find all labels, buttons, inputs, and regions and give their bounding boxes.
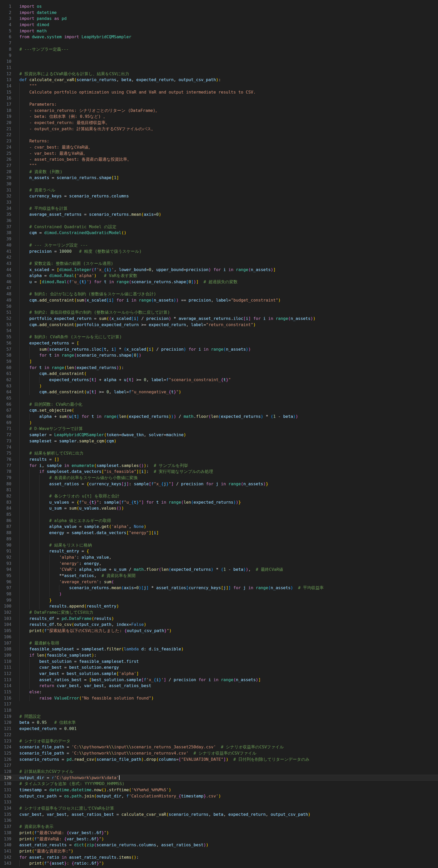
line-content[interactable]: # シナリオ収益率のデータ: [20, 738, 70, 744]
line-content[interactable]: results_df = pd.DataFrame(results): [20, 616, 114, 622]
code-line[interactable]: 56 expected_returns = [: [0, 340, 438, 346]
line-content[interactable]: # 投資比率によるCVaR最小化を計算し、結果をCSVに出力: [20, 71, 129, 77]
code-line[interactable]: 7: [0, 40, 438, 46]
code-line[interactable]: 48 # 制約1: 合計が1になる制約 (整数値をスケール値に基づき合計): [0, 291, 438, 297]
line-content[interactable]: cqm.add_constraint(u[t] >= 0, label=f"u_…: [20, 389, 181, 395]
code-line[interactable]: 18 - scenario_returns: シナリオごとのリターン (Data…: [0, 107, 438, 114]
code-line[interactable]: 5import math: [0, 28, 438, 34]
line-content[interactable]: # --- スケーリング設定 ---: [20, 242, 88, 248]
code-line[interactable]: 1import os: [0, 3, 438, 9]
line-content[interactable]: print(f"最適VaR値: {var_best:.6f}"): [20, 836, 104, 842]
code-line[interactable]: 2import datetime: [0, 9, 438, 16]
code-line[interactable]: 41 precision = 10000 # 精度 (整数値で扱うスケール): [0, 248, 438, 254]
code-line[interactable]: 80 asset_ratios = {currency_keys[j]: sam…: [0, 481, 438, 487]
code-line[interactable]: 4import dimod: [0, 22, 438, 28]
line-content[interactable]: expected_return = 0.001: [20, 725, 77, 732]
code-line[interactable]: 44 x_scaled = [dimod.Integer(f'x_{i}', l…: [0, 267, 438, 273]
line-content[interactable]: 'alpha': alpha_value,: [20, 554, 111, 560]
code-line[interactable]: 93 'energy': energy,: [0, 560, 438, 567]
line-content[interactable]: for i, sample in enumerate(sampleset.sam…: [20, 463, 188, 469]
line-content[interactable]: var_best = best_solution.sample['alpha']: [20, 671, 139, 677]
line-content[interactable]: - expected_return: 最低目標収益率。: [20, 120, 110, 126]
line-content[interactable]: - asset_ratios_best: 各資産の最適な投資比率。: [20, 156, 131, 162]
code-line[interactable]: 38 cqm = dimod.ConstrainedQuadraticModel…: [0, 230, 438, 236]
line-content[interactable]: # タイムスタンプを追加 (形式: YYYYMMDD_HHMMSS): [20, 781, 125, 787]
code-line[interactable]: 120beta = 0.95 # 信頼水準: [0, 719, 438, 725]
line-content[interactable]: # 制約2: 最低目標収益率の制約 (整数値スケールから小数に戻して計算): [20, 309, 170, 315]
code-line[interactable]: 27 """: [0, 162, 438, 169]
code-line[interactable]: 50: [0, 303, 438, 310]
code-line[interactable]: 65: [0, 395, 438, 401]
code-line[interactable]: 16: [0, 95, 438, 101]
line-content[interactable]: cvar_best, var_best, asset_ratios_best =…: [20, 811, 310, 817]
code-line[interactable]: 37 # Constrained Quadratic Model の設定: [0, 224, 438, 230]
line-content[interactable]: beta = 0.95 # 信頼水準: [20, 719, 76, 725]
code-line[interactable]: 134# シナリオ収益率をプロセスに渡してCVaRを計算: [0, 805, 438, 811]
code-line[interactable]: 54: [0, 328, 438, 334]
line-content[interactable]: import os: [20, 3, 42, 9]
code-line[interactable]: 28 # 資産数 (列数): [0, 169, 438, 175]
line-content[interactable]: alpha_value = sample.get('alpha', None): [20, 524, 146, 530]
line-content[interactable]: 'average_return': sum(: [20, 579, 114, 585]
code-line[interactable]: 138print(f"最適CVaR値: {cvar_best:.6f}"): [0, 830, 438, 836]
line-content[interactable]: average_asset_returns = scenario_returns…: [20, 211, 161, 218]
code-line[interactable]: 19 - beta: 信頼水準 (例: 0.95など) 。: [0, 114, 438, 120]
line-content[interactable]: return cvar_best, var_best, asset_ratios…: [20, 683, 151, 689]
code-line[interactable]: 60 for t in range(len(expected_returns))…: [0, 365, 438, 371]
code-line[interactable]: 3import pandas as pd: [0, 16, 438, 22]
code-line[interactable]: 67 cqm.set_objective(: [0, 407, 438, 413]
line-content[interactable]: result_entry = {: [20, 548, 89, 554]
code-line[interactable]: 131timestamp = datetime.datetime.now().s…: [0, 787, 438, 793]
code-line[interactable]: 21 - output_csv_path: 計算結果を出力するCSVファイルのパ…: [0, 126, 438, 132]
code-line[interactable]: 96 'average_return': sum(: [0, 579, 438, 585]
code-line[interactable]: 112 var_best = best_solution.sample['alp…: [0, 671, 438, 677]
line-content[interactable]: energy = sampleset.data_vectors["energy"…: [20, 530, 159, 536]
line-content[interactable]: # シナリオ収益率をプロセスに渡してCVaRを計算: [20, 805, 114, 811]
code-line[interactable]: 128# 計算結果出力CSVファイル: [0, 769, 438, 775]
line-content[interactable]: else:: [20, 689, 42, 695]
line-content[interactable]: ): [20, 591, 62, 597]
line-content[interactable]: portfolio_expected_return = sum((x_scale…: [20, 315, 315, 322]
code-line[interactable]: 73 sampleset = sampler.sample_cqm(cqm): [0, 438, 438, 444]
code-line-current[interactable]: 129output_dir = r'C:\pythonwork\pwork\da…: [0, 775, 438, 781]
code-line[interactable]: 71 # D-Waveサンプラーで計算: [0, 426, 438, 432]
line-content[interactable]: 'energy': energy,: [20, 560, 101, 567]
code-line[interactable]: 124scenario_file_path = 'C:\\pythonwork\…: [0, 744, 438, 750]
line-content[interactable]: best_solution = feasible_sampleset.first: [20, 658, 139, 664]
line-content[interactable]: output_csv_path = os.path.join(output_di…: [20, 793, 221, 799]
line-content[interactable]: import datetime: [20, 9, 57, 16]
line-content[interactable]: results.append(result_entry): [20, 603, 119, 609]
code-line[interactable]: 39: [0, 236, 438, 242]
code-line[interactable]: 117: [0, 701, 438, 707]
line-content[interactable]: for t in range(scenario_returns.shape[0]…: [20, 352, 141, 359]
line-content[interactable]: asset_ratios = {currency_keys[j]: sample…: [20, 481, 268, 487]
line-content[interactable]: - scenario_returns: シナリオごとのリターン (DataFra…: [20, 107, 160, 114]
code-line[interactable]: 74: [0, 444, 438, 451]
line-content[interactable]: # 資産比率を表示: [20, 824, 54, 830]
line-content[interactable]: Calculate portfolio optimization using C…: [20, 89, 256, 95]
code-line[interactable]: 33: [0, 199, 438, 206]
code-line[interactable]: 69 ): [0, 420, 438, 426]
line-content[interactable]: # 資産ラベル: [20, 187, 55, 193]
code-line[interactable]: 136: [0, 817, 438, 824]
code-line[interactable]: 8# ---サンプラー定義---: [0, 46, 438, 53]
code-line[interactable]: 81: [0, 487, 438, 493]
code-line[interactable]: 118: [0, 707, 438, 713]
code-line[interactable]: 102 # DataFrameに変換してCSV出力: [0, 609, 438, 616]
code-line[interactable]: 14 """: [0, 83, 438, 89]
code-line[interactable]: 100 results.append(result_entry): [0, 603, 438, 609]
code-line[interactable]: 107 # 最適解を取得: [0, 640, 438, 646]
code-line[interactable]: 12# 投資比率によるCVaR最小化を計算し、結果をCSVに出力: [0, 71, 438, 77]
line-content[interactable]: ): [20, 420, 32, 426]
line-content[interactable]: import dimod: [20, 22, 49, 28]
code-line[interactable]: 9: [0, 53, 438, 59]
line-content[interactable]: from dwave.system import LeapHybridCQMSa…: [20, 34, 131, 40]
code-line[interactable]: 49 cqm.add_constraint(sum(x_scaled[i] fo…: [0, 297, 438, 303]
line-content[interactable]: # 制約3: CVaR条件 (スケールを元にして計算): [20, 334, 122, 340]
code-line[interactable]: 97 scenario_returns.mean(axis=0)[j] * as…: [0, 585, 438, 591]
line-content[interactable]: currency_keys = scenario_returns.columns: [20, 193, 129, 199]
code-line[interactable]: 17 Parameters:: [0, 101, 438, 107]
code-line[interactable]: 103 results_df = pd.DataFrame(results): [0, 616, 438, 622]
line-content[interactable]: print("最適な資産比率:"): [20, 848, 73, 854]
line-content[interactable]: Parameters:: [20, 101, 57, 107]
